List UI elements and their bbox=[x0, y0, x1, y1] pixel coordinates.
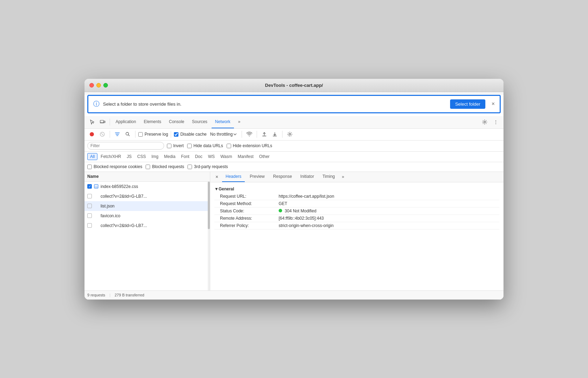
type-btn-other[interactable]: Other bbox=[257, 153, 272, 160]
blocked-cookies-input[interactable] bbox=[87, 165, 92, 169]
tab-timing[interactable]: Timing bbox=[319, 172, 338, 182]
filter-bar: Invert Hide data URLs Hide extension URL… bbox=[84, 141, 504, 152]
tab-more[interactable]: » bbox=[235, 116, 244, 128]
invert-input[interactable] bbox=[167, 144, 171, 148]
settings-icon[interactable] bbox=[480, 117, 490, 127]
type-btn-img[interactable]: Img bbox=[149, 153, 161, 160]
tab-sources[interactable]: Sources bbox=[189, 116, 211, 128]
select-folder-button[interactable]: Select folder bbox=[450, 99, 485, 109]
type-btn-wasm[interactable]: Wasm bbox=[218, 153, 235, 160]
upload-icon[interactable] bbox=[260, 130, 269, 139]
hide-data-urls-checkbox[interactable]: Hide data URLs bbox=[187, 143, 223, 148]
general-section-header[interactable]: ▼General bbox=[214, 185, 499, 193]
devtools-window: DevTools - coffee-cart.app/ ⓘ Select a f… bbox=[84, 79, 504, 300]
request-method-value: GET bbox=[279, 201, 287, 206]
invert-checkbox[interactable]: Invert bbox=[167, 143, 184, 148]
main-content: Name ✓ css index-b859522e.css collect?v=… bbox=[84, 172, 504, 290]
third-party-checkbox[interactable]: 3rd-party requests bbox=[188, 164, 228, 169]
list-item[interactable]: list.json bbox=[84, 201, 210, 211]
type-btn-manifest[interactable]: Manifest bbox=[235, 153, 256, 160]
file-list: Name ✓ css index-b859522e.css collect?v=… bbox=[84, 172, 210, 290]
tab-elements[interactable]: Elements bbox=[140, 116, 165, 128]
titlebar: DevTools - coffee-cart.app/ bbox=[84, 79, 504, 92]
blocked-requests-checkbox[interactable]: Blocked requests bbox=[146, 164, 184, 169]
file-checkbox-5[interactable] bbox=[87, 223, 92, 228]
detail-panel: × Headers Preview Response Initiator Tim… bbox=[210, 172, 504, 290]
blocked-cookies-checkbox[interactable]: Blocked response cookies bbox=[87, 164, 142, 169]
download-icon[interactable] bbox=[270, 130, 279, 139]
cursor-icon[interactable] bbox=[87, 117, 97, 127]
type-btn-fetch-xhr[interactable]: Fetch/XHR bbox=[98, 153, 124, 160]
close-button[interactable] bbox=[89, 83, 94, 88]
svg-point-11 bbox=[289, 134, 291, 135]
filter-input[interactable] bbox=[87, 142, 164, 150]
tabs-right: ⋮ bbox=[480, 117, 501, 127]
third-party-input[interactable] bbox=[188, 165, 192, 169]
tab-network[interactable]: Network bbox=[212, 116, 234, 128]
hide-data-urls-input[interactable] bbox=[187, 144, 192, 148]
device-icon[interactable] bbox=[98, 117, 108, 127]
remote-address-value: [64:ff9b::4b02:3c05]:443 bbox=[279, 216, 324, 221]
status-code-row: Status Code: 304 Not Modified bbox=[214, 207, 499, 215]
tab-response[interactable]: Response bbox=[270, 172, 295, 182]
detail-close-button[interactable]: × bbox=[213, 173, 221, 181]
toolbar: Preserve log Disable cache No throttling bbox=[84, 129, 504, 141]
tab-application[interactable]: Application bbox=[112, 116, 140, 128]
file-checkbox-3[interactable] bbox=[87, 204, 92, 208]
extra-filter-bar: Blocked response cookies Blocked request… bbox=[84, 162, 504, 172]
svg-point-3 bbox=[484, 121, 486, 123]
tab-headers[interactable]: Headers bbox=[222, 172, 245, 182]
type-btn-ws[interactable]: WS bbox=[206, 153, 217, 160]
tab-console[interactable]: Console bbox=[166, 116, 188, 128]
list-item[interactable]: collect?v=2&tid=G-LB7... bbox=[84, 191, 210, 201]
type-btn-all[interactable]: All bbox=[87, 153, 97, 160]
file-name-2: collect?v=2&tid=G-LB7... bbox=[101, 194, 147, 199]
file-checkbox-1[interactable]: ✓ bbox=[87, 184, 92, 189]
toolbar-separator-5 bbox=[257, 131, 257, 138]
toolbar-separator-1 bbox=[110, 131, 110, 138]
type-btn-css[interactable]: CSS bbox=[135, 153, 148, 160]
preserve-log-input[interactable] bbox=[138, 132, 143, 137]
detail-tabs-more[interactable]: » bbox=[340, 174, 346, 179]
notification-close-button[interactable]: × bbox=[492, 101, 495, 107]
scrollbar-thumb[interactable] bbox=[208, 182, 210, 229]
notification-bar: ⓘ Select a folder to store override file… bbox=[87, 95, 501, 113]
type-btn-font[interactable]: Font bbox=[178, 153, 192, 160]
status-dot bbox=[279, 209, 282, 212]
wifi-icon[interactable] bbox=[245, 130, 254, 139]
scrollbar-track bbox=[208, 182, 210, 290]
tab-initiator[interactable]: Initiator bbox=[297, 172, 317, 182]
tab-preview[interactable]: Preview bbox=[246, 172, 268, 182]
search-icon[interactable] bbox=[123, 130, 132, 139]
clear-button[interactable] bbox=[98, 130, 107, 139]
list-item[interactable]: ✓ css index-b859522e.css bbox=[84, 182, 210, 191]
record-button[interactable] bbox=[87, 130, 96, 139]
referrer-policy-key: Referrer Policy: bbox=[220, 223, 276, 228]
css-file-icon: css bbox=[94, 184, 98, 189]
hide-extension-urls-input[interactable] bbox=[227, 144, 231, 148]
network-settings-icon[interactable] bbox=[285, 130, 294, 139]
type-btn-doc[interactable]: Doc bbox=[192, 153, 205, 160]
more-icon[interactable]: ⋮ bbox=[491, 117, 501, 127]
disable-cache-input[interactable] bbox=[174, 132, 178, 137]
fullscreen-button[interactable] bbox=[103, 83, 108, 88]
list-item[interactable]: collect?v=2&tid=G-LB7... bbox=[84, 221, 210, 230]
svg-line-8 bbox=[128, 135, 130, 136]
minimize-button[interactable] bbox=[96, 83, 101, 88]
file-checkbox-2[interactable] bbox=[87, 194, 92, 198]
request-url-key: Request URL: bbox=[220, 194, 276, 199]
blocked-requests-input[interactable] bbox=[146, 165, 150, 169]
type-btn-js[interactable]: JS bbox=[124, 153, 134, 160]
file-checkbox-4[interactable] bbox=[87, 213, 92, 218]
hide-extension-urls-checkbox[interactable]: Hide extension URLs bbox=[227, 143, 272, 148]
filter-icon[interactable] bbox=[113, 130, 122, 139]
type-btn-media[interactable]: Media bbox=[162, 153, 178, 160]
throttling-dropdown[interactable]: No throttling bbox=[208, 131, 239, 137]
svg-rect-0 bbox=[100, 120, 104, 123]
status-bar: 9 requests | 279 B transferred bbox=[84, 290, 504, 300]
list-item[interactable]: favicon.ico bbox=[84, 211, 210, 221]
requests-count: 9 requests bbox=[87, 293, 105, 297]
preserve-log-checkbox[interactable]: Preserve log bbox=[138, 132, 168, 137]
disable-cache-checkbox[interactable]: Disable cache bbox=[174, 132, 206, 137]
svg-point-4 bbox=[90, 132, 94, 136]
